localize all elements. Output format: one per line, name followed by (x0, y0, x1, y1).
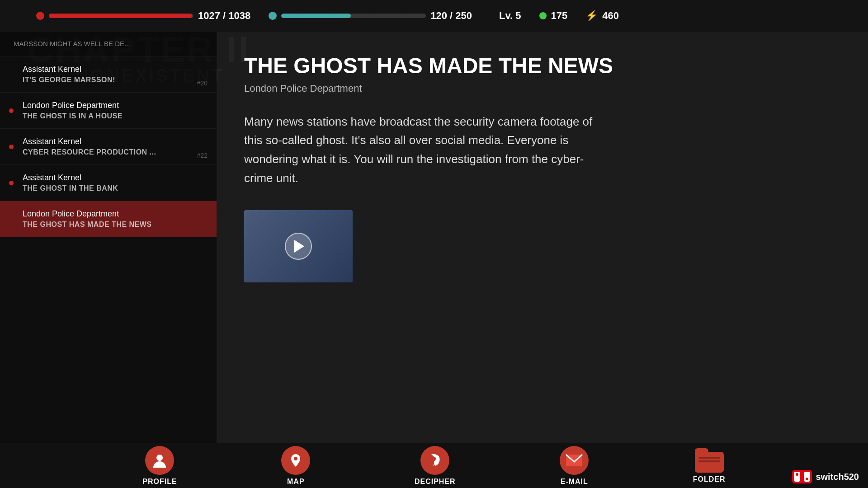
message-list: MARSSON MIGHT AS WELL BE DE... Assistant… (0, 32, 217, 443)
message-title: THE GHOST HAS MADE THE NEWS (244, 54, 841, 78)
hp-bar-fill (49, 14, 192, 18)
message-item-lpd-1[interactable]: London Police Department THE GHOST IS IN… (0, 93, 217, 129)
play-icon (294, 240, 304, 253)
msg4-subject: CYBER RESOURCE PRODUCTION ... (23, 148, 203, 156)
message-item-assistant-kernel-2[interactable]: Assistant Kernel CYBER RESOURCE PRODUCTI… (0, 129, 217, 165)
svg-point-0 (156, 455, 163, 461)
msg3-subject: THE GHOST IS IN A HOUSE (23, 112, 203, 120)
msg1-sender: MARSSON MIGHT AS WELL BE DE... (14, 40, 130, 47)
nav-item-profile[interactable]: PROFILE (142, 446, 177, 486)
mp-icon (269, 12, 277, 20)
msg2-number: #20 (197, 80, 208, 87)
nav-item-map[interactable]: MAP (281, 446, 310, 486)
msg5-sender: Assistant Kernel (23, 173, 203, 183)
message-item-lpd-active[interactable]: London Police Department THE GHOST HAS M… (0, 201, 217, 237)
message-content: THE GHOST HAS MADE THE NEWS London Polic… (217, 32, 868, 443)
msg5-dot (9, 181, 14, 185)
switch-logo: switch520 (792, 470, 859, 483)
switch-text: switch520 (816, 472, 859, 482)
message-item-1[interactable]: MARSSON MIGHT AS WELL BE DE... (0, 32, 217, 56)
lightning-stat: ⚡ 460 (585, 10, 619, 22)
svg-point-1 (294, 457, 297, 460)
hp-icon (36, 12, 44, 20)
mp-bar-container: 120 / 250 (269, 10, 472, 22)
mp-bar-fill (281, 14, 351, 18)
msg3-sender: London Police Department (23, 101, 203, 110)
profile-label: PROFILE (142, 478, 177, 486)
email-icon (560, 446, 589, 475)
mp-bar-track (281, 14, 426, 18)
msg6-subject: THE GHOST HAS MADE THE NEWS (23, 221, 203, 229)
msg4-dot (9, 145, 14, 149)
hp-bar-container: 1027 / 1038 (36, 10, 250, 22)
msg5-subject: THE GHOST IN THE BANK (23, 184, 203, 192)
hp-value: 1027 / 1038 (198, 10, 250, 22)
video-thumbnail[interactable] (244, 210, 353, 282)
switch-icon (792, 470, 812, 483)
message-item-assistant-kernel-3[interactable]: Assistant Kernel THE GHOST IN THE BANK (0, 165, 217, 201)
green-dot-icon (539, 12, 547, 19)
play-button[interactable] (285, 233, 312, 260)
msg2-subject: IT'S GEORGE MARSSON! (23, 76, 203, 84)
folder-label: FOLDER (693, 475, 726, 483)
bottom-navigation: PROFILE MAP DECIPHER E-MAIL (0, 443, 868, 488)
message-from: London Police Department (244, 83, 841, 94)
email-label: E-MAIL (561, 478, 588, 486)
nav-item-folder[interactable]: FOLDER (693, 448, 726, 483)
decipher-label: DECIPHER (415, 478, 456, 486)
mp-value: 120 / 250 (430, 10, 472, 22)
msg2-sender: Assistant Kernel (23, 65, 203, 74)
msg6-sender: London Police Department (23, 209, 203, 219)
nav-item-email[interactable]: E-MAIL (560, 446, 589, 486)
svg-point-8 (806, 478, 808, 480)
lightning-icon: ⚡ (585, 10, 598, 22)
hud-bar: 1027 / 1038 120 / 250 Lv. 5 175 ⚡ 460 (0, 0, 868, 32)
message-body: Many news stations have broadcast the se… (244, 113, 606, 188)
green-stat-value: 175 (551, 10, 568, 22)
hp-bar-track (49, 14, 193, 18)
map-icon (281, 446, 310, 475)
level-value: Lv. 5 (499, 10, 521, 22)
map-label: MAP (287, 478, 305, 486)
svg-point-7 (796, 473, 798, 476)
nav-item-decipher[interactable]: DECIPHER (415, 446, 456, 486)
green-stat: 175 (539, 10, 568, 22)
msg4-sender: Assistant Kernel (23, 137, 203, 146)
msg3-dot (9, 108, 14, 113)
message-item-assistant-kernel-1[interactable]: Assistant Kernel IT'S GEORGE MARSSON! #2… (0, 56, 217, 93)
lightning-stat-value: 460 (602, 10, 619, 22)
decipher-icon (420, 446, 449, 475)
msg4-number: #22 (197, 152, 208, 159)
profile-icon (145, 446, 174, 475)
